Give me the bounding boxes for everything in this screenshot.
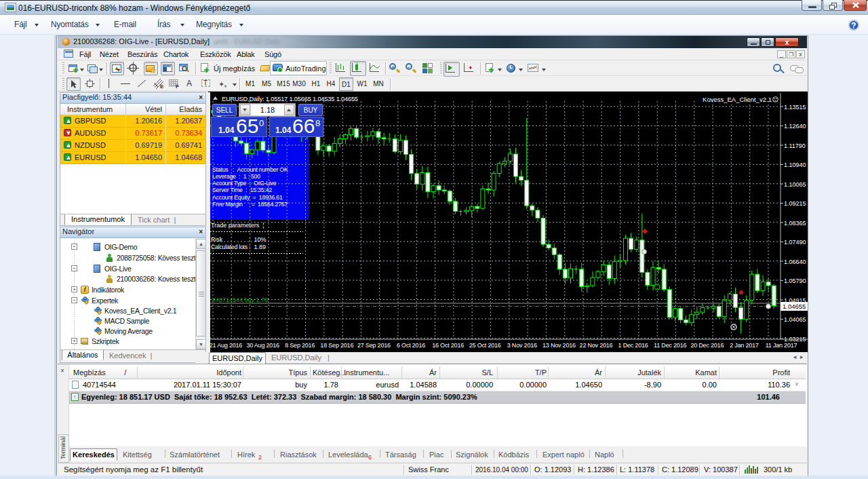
svg-text:1.07490: 1.07490 bbox=[784, 239, 806, 246]
svg-text:1.10065: 1.10065 bbox=[784, 181, 806, 188]
svg-text:1.10940: 1.10940 bbox=[784, 161, 806, 168]
svg-text:3 Nov 2016: 3 Nov 2016 bbox=[507, 342, 537, 349]
svg-text:: 10%: : 10% bbox=[249, 236, 267, 243]
svg-text:Kovess_EA_Client_v2.1: Kovess_EA_Client_v2.1 bbox=[703, 96, 772, 103]
svg-text:1.09215: 1.09215 bbox=[784, 200, 806, 207]
svg-text:11 Jan 2017: 11 Jan 2017 bbox=[766, 342, 797, 349]
svg-text:Risk: Risk bbox=[211, 236, 223, 243]
svg-text:1.08365: 1.08365 bbox=[784, 220, 806, 227]
svg-text:Server Time : 15:35:42: Server Time : 15:35:42 bbox=[212, 187, 272, 193]
svg-text:: 1.89: : 1.89 bbox=[249, 244, 266, 250]
svg-text:16 Oct 2016: 16 Oct 2016 bbox=[432, 342, 464, 349]
svg-text:EURUSD,Daily: 1.05517 1.05665: EURUSD,Daily: 1.05517 1.05665 1.04535 1.… bbox=[222, 96, 358, 102]
svg-text:Account Equity = 18936.61: Account Equity = 18936.61 bbox=[212, 194, 283, 201]
svg-text:1.06640: 1.06640 bbox=[784, 258, 806, 265]
svg-text:13 Nov 2016: 13 Nov 2016 bbox=[542, 342, 576, 349]
svg-text:8 Sep 2016: 8 Sep 2016 bbox=[285, 342, 315, 349]
svg-text:18 Sep 2016: 18 Sep 2016 bbox=[320, 342, 353, 349]
svg-text:1 Dec 2016: 1 Dec 2016 bbox=[618, 342, 648, 349]
svg-text:1.04065: 1.04065 bbox=[784, 316, 806, 323]
svg-text:30 Aug 2016: 30 Aug 2016 bbox=[246, 342, 279, 349]
svg-text:Trade parameters ¦: Trade parameters ¦ bbox=[211, 222, 264, 229]
svg-text:Status : Account number OK: Status : Account number OK bbox=[212, 166, 288, 173]
svg-text:1.12640: 1.12640 bbox=[784, 123, 806, 130]
svg-text:27 Sep 2016: 27 Sep 2016 bbox=[357, 342, 391, 349]
svg-text:20 Dec 2016: 20 Dec 2016 bbox=[690, 342, 724, 349]
svg-text:25 Oct 2016: 25 Oct 2016 bbox=[469, 342, 501, 349]
svg-text:#40714544 buy 1.78: #40714544 buy 1.78 bbox=[212, 296, 268, 303]
svg-text:Free Margin = 18564.2767: Free Margin = 18564.2767 bbox=[212, 201, 288, 208]
svg-text:Leverage : 1 : 500: Leverage : 1 : 500 bbox=[212, 173, 260, 180]
svg-text:1.04655: 1.04655 bbox=[783, 303, 806, 310]
svg-text:2 Jan 2017: 2 Jan 2017 bbox=[730, 342, 759, 349]
svg-text:1.05790: 1.05790 bbox=[784, 277, 806, 284]
svg-text:Account Type : OIG-Live: Account Type : OIG-Live bbox=[212, 180, 277, 187]
svg-text:1.13515: 1.13515 bbox=[784, 104, 806, 111]
svg-text:1.11790: 1.11790 bbox=[784, 142, 806, 149]
svg-text:21 Aug 2016: 21 Aug 2016 bbox=[210, 342, 243, 349]
svg-text:22 Nov 2016: 22 Nov 2016 bbox=[580, 342, 613, 349]
svg-text:6 Oct 2016: 6 Oct 2016 bbox=[397, 342, 425, 349]
svg-text:Calculated lots: Calculated lots bbox=[211, 244, 248, 250]
svg-text:11 Dec 2016: 11 Dec 2016 bbox=[654, 342, 686, 349]
